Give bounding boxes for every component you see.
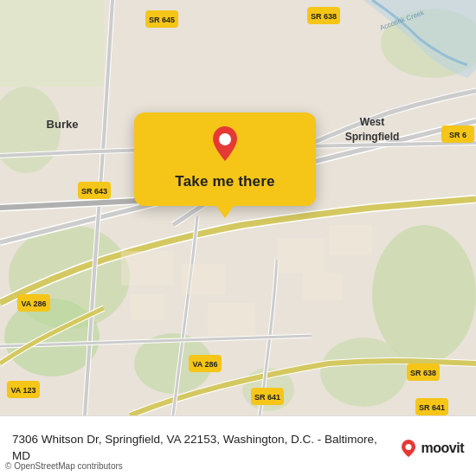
moovit-brand-name: moovit	[421, 441, 464, 456]
svg-rect-15	[130, 294, 164, 320]
svg-text:SR 641: SR 641	[254, 393, 280, 402]
moovit-pin-icon	[399, 439, 418, 458]
address-text: 7306 Whitson Dr, Springfield, VA 22153, …	[12, 432, 392, 465]
location-pin-icon	[206, 125, 244, 163]
svg-text:Burke: Burke	[47, 118, 79, 131]
svg-text:West: West	[360, 116, 384, 128]
svg-point-3	[372, 225, 476, 363]
svg-rect-16	[208, 303, 255, 336]
svg-rect-17	[303, 273, 342, 300]
svg-text:VA 286: VA 286	[21, 299, 46, 308]
svg-rect-13	[277, 238, 325, 273]
svg-text:SR 638: SR 638	[410, 369, 436, 377]
location-popup: Take me there	[134, 113, 316, 206]
svg-text:SR 641: SR 641	[419, 403, 445, 412]
map-background: Accotink Creek	[0, 0, 476, 415]
svg-text:VA 286: VA 286	[192, 360, 217, 369]
svg-text:SR 643: SR 643	[81, 187, 107, 196]
svg-rect-12	[182, 264, 225, 294]
bottom-bar: 7306 Whitson Dr, Springfield, VA 22153, …	[0, 415, 476, 476]
svg-text:SR 6: SR 6	[449, 131, 466, 139]
moovit-logo: moovit	[399, 439, 464, 458]
svg-rect-11	[121, 251, 173, 286]
map-container: Accotink Creek	[0, 0, 476, 415]
svg-text:SR 638: SR 638	[311, 12, 337, 21]
svg-text:VA 123: VA 123	[10, 386, 35, 395]
take-me-there-button[interactable]: Take me there	[175, 171, 274, 192]
svg-point-4	[320, 338, 407, 407]
svg-rect-8	[0, 0, 104, 87]
copyright-text: © OpenStreetMap contributors	[5, 461, 123, 471]
svg-point-41	[219, 133, 231, 145]
svg-text:Springfield: Springfield	[345, 131, 400, 143]
svg-text:SR 645: SR 645	[149, 16, 175, 24]
svg-point-42	[405, 444, 411, 450]
svg-rect-14	[329, 225, 372, 255]
